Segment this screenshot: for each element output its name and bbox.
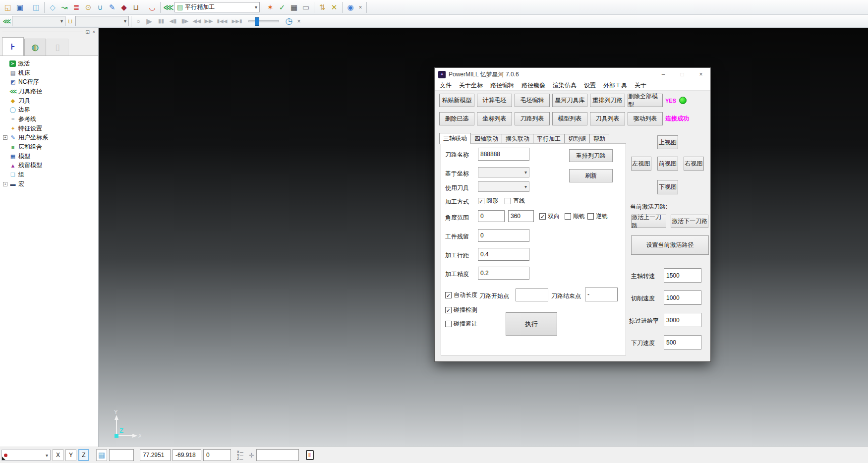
coord-y-field[interactable]: -69.918	[173, 449, 201, 461]
angle-to-input[interactable]	[508, 210, 534, 222]
sim-tool-combobox[interactable]: ▾	[75, 16, 129, 26]
clipboard-icon[interactable]: ‖	[306, 450, 314, 460]
use-tool-select[interactable]: ▾	[478, 181, 529, 192]
tolerance-input[interactable]	[478, 267, 529, 280]
bidirectional-checkbox[interactable]: ✓ 双向	[539, 212, 560, 221]
save-icon[interactable]: ▣	[14, 2, 26, 13]
view-bottom-button[interactable]: 下视图	[657, 180, 678, 194]
tab-help[interactable]: 帮助	[589, 134, 609, 144]
toolpath-strategy-icon[interactable]: ↝	[58, 2, 70, 13]
explorer-tab-world[interactable]: ◍	[24, 39, 46, 56]
chevron-down-icon[interactable]: ▾	[124, 18, 126, 24]
leads-links-icon[interactable]: ◡	[146, 2, 158, 13]
spindle-speed-input[interactable]	[664, 268, 701, 283]
circular-checkbox[interactable]: ✓ 圆形	[478, 197, 498, 205]
angle-from-input[interactable]	[478, 210, 505, 222]
rearrange-toolpaths-button[interactable]: 重排列刀路	[590, 94, 625, 107]
feed-rate-icon[interactable]: ≣	[70, 2, 82, 13]
based-coord-select[interactable]: ▾	[478, 167, 529, 177]
sim-toolpath-combobox[interactable]: ▾	[12, 16, 65, 26]
open-file-icon[interactable]: ◱	[2, 2, 14, 13]
rapid-feed-input[interactable]	[664, 313, 701, 327]
grid-toggle-button[interactable]: ▦	[96, 449, 107, 461]
panel-close-icon[interactable]: ×	[91, 29, 97, 35]
linear-checkbox[interactable]: 直线	[505, 197, 525, 205]
go-to-end-icon[interactable]: ▶▶▮	[230, 16, 244, 27]
tree-item-toolpath[interactable]: ⋘刀具路径	[1, 87, 98, 96]
play-icon[interactable]: ▶	[143, 16, 155, 27]
tree-item-workplane[interactable]: +✎用户坐标系	[1, 133, 98, 143]
refresh-button[interactable]: 刷新	[569, 169, 613, 182]
tab-4axis[interactable]: 四轴联动	[470, 134, 502, 144]
print-icon[interactable]: ◫	[30, 2, 42, 13]
delete-selected-button[interactable]: 删除已选	[439, 112, 474, 125]
tree-item-nc-program[interactable]: ◩NC程序	[1, 77, 98, 87]
slider-handle[interactable]	[255, 17, 259, 26]
cutting-speed-input[interactable]	[664, 290, 701, 305]
start-point-input[interactable]	[516, 289, 548, 301]
chevron-down-icon[interactable]: ▾	[60, 18, 63, 24]
end-point-input[interactable]	[585, 288, 618, 301]
tool-change-icon[interactable]: ⇅	[316, 2, 328, 13]
block-icon[interactable]: ◇	[47, 2, 58, 13]
activate-prev-toolpath-button[interactable]: 激活上一刀路	[631, 215, 666, 228]
view-top-button[interactable]: 上视图	[657, 135, 678, 149]
collision-avoid-checkbox[interactable]: 碰撞避让	[445, 320, 477, 328]
calc-block-button[interactable]: 计算毛坯	[477, 94, 512, 107]
tree-item-feature-set[interactable]: ✦特征设置	[1, 124, 98, 133]
menu-file[interactable]: 文件	[440, 81, 452, 90]
panel-grip[interactable]	[2, 31, 83, 32]
calculator-icon[interactable]: ▦	[288, 2, 300, 13]
menu-path-mirror[interactable]: 路径镜像	[521, 81, 545, 90]
clock-icon[interactable]: ◷	[283, 16, 295, 27]
coord-list-button[interactable]: 坐标列表	[477, 112, 512, 125]
stock-remain-input[interactable]	[478, 229, 529, 242]
tab-3axis[interactable]: 三轴联动	[439, 133, 471, 144]
tree-item-reference-line[interactable]: ≈参考线	[1, 115, 98, 124]
tree-item-stock-model[interactable]: ▲残留模型	[1, 161, 98, 171]
view-front-button[interactable]: 前视图	[657, 157, 678, 171]
compare-tools-icon[interactable]: ◉	[345, 2, 356, 13]
strategy-combobox[interactable]: ▤ 平行精加工 ▾	[174, 2, 260, 12]
coord-z-field[interactable]: 0	[203, 449, 231, 461]
snap-position-icon[interactable]: ✛	[249, 452, 254, 459]
step-forward-icon[interactable]: ▮▶	[179, 16, 191, 27]
execute-button[interactable]: 执行	[506, 312, 557, 336]
explorer-tab-tree[interactable]: ⊦	[2, 37, 24, 56]
chevron-down-icon[interactable]: ▾	[255, 4, 257, 10]
menu-external-tools[interactable]: 外部工具	[603, 81, 627, 90]
lightbulb-icon[interactable]: ○	[133, 17, 143, 26]
position-input-field[interactable]	[256, 449, 299, 461]
tree-item-tools[interactable]: ◆刀具	[1, 96, 98, 106]
coord-x-field[interactable]: 77.2951	[140, 449, 171, 461]
points-icon[interactable]: ◆	[118, 2, 130, 13]
tool-library-button[interactable]: 星河刀具库	[552, 94, 587, 107]
status-combobox[interactable]: ▾	[1, 450, 51, 461]
close-button[interactable]: ×	[692, 68, 710, 81]
drive-list-button[interactable]: 驱动列表	[628, 112, 663, 125]
sim-speed-slider[interactable]	[248, 20, 279, 22]
sim-toolbar-close-icon[interactable]: ×	[295, 17, 303, 25]
tree-item-group[interactable]: ❏组	[1, 170, 98, 179]
go-to-start-icon[interactable]: ▮◀◀	[215, 16, 230, 27]
tree-item-levels[interactable]: ≡层和组合	[1, 142, 98, 152]
plunge-speed-input[interactable]	[664, 335, 701, 349]
menu-path-edit[interactable]: 路径编辑	[490, 81, 514, 90]
rewind-icon[interactable]: ◀◀	[191, 16, 203, 27]
menu-settings[interactable]: 设置	[584, 81, 596, 90]
menu-about-coords[interactable]: 关于坐标	[459, 81, 483, 90]
dialog-titlebar[interactable]: ✦ PowerMILL 忆梦星河 7.0.6 – □ ×	[435, 68, 710, 81]
tree-item-model[interactable]: ▦模型	[1, 152, 98, 161]
auto-length-checkbox[interactable]: ✓ 自动长度	[445, 291, 477, 299]
maximize-button[interactable]: □	[673, 68, 692, 81]
minimize-button[interactable]: –	[654, 68, 673, 81]
explorer-tab-recycle-bin[interactable]: ▯	[47, 39, 68, 56]
step-back-icon[interactable]: ◀▮	[167, 16, 179, 27]
tool-list-button[interactable]: 刀具列表	[590, 112, 625, 125]
tool-holder-icon[interactable]: ⊔	[130, 2, 142, 13]
fast-forward-icon[interactable]: ▶▶	[203, 16, 215, 27]
grid-size-field[interactable]	[109, 449, 134, 461]
expander-icon[interactable]: +	[3, 182, 7, 186]
tree-item-boundary[interactable]: ◯边界	[1, 105, 98, 115]
menu-about[interactable]: 关于	[635, 81, 646, 90]
